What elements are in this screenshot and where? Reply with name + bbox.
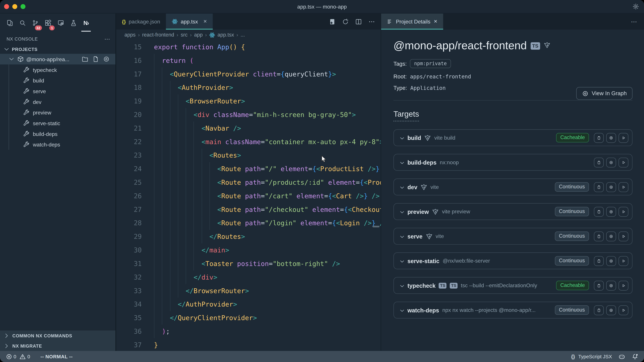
play-button[interactable] (618, 207, 628, 217)
tab-close-icon[interactable]: ✕ (203, 19, 207, 24)
folder-icon[interactable] (82, 56, 88, 62)
target-button[interactable] (606, 182, 616, 192)
tree-item-target-preview[interactable]: preview (9, 107, 116, 118)
chevron-down-icon[interactable] (399, 233, 404, 239)
chevron-down-icon[interactable] (399, 283, 404, 288)
target-card-preview[interactable]: previewvite previewContinuous (394, 203, 632, 220)
section-common-nx-commands[interactable]: COMMON NX COMMANDS (0, 330, 116, 341)
breadcrumb-part[interactable]: apps (124, 32, 136, 38)
tree-section-projects[interactable]: PROJECTS (0, 45, 116, 54)
play-button[interactable] (618, 157, 628, 167)
badge-continuous: Continuous (555, 305, 589, 315)
panel-body: @mono-app/react-frontend TS Tags: npm:pr… (381, 29, 644, 351)
search-icon[interactable] (16, 17, 29, 29)
target-label: watch-deps (33, 141, 60, 148)
target-button[interactable] (606, 133, 616, 143)
view-in-graph-button[interactable]: View In Graph (576, 87, 632, 100)
play-button[interactable] (618, 182, 628, 192)
more-actions-icon[interactable] (368, 18, 375, 25)
play-button[interactable] (618, 256, 628, 266)
tree-item-target-watch-deps[interactable]: watch-deps (9, 139, 116, 150)
breadcrumb-more[interactable]: ... (241, 32, 245, 38)
code-text: <Route path="/products/:id" element={<Pr… (154, 176, 381, 189)
chevron-down-icon[interactable] (399, 159, 404, 165)
tree-item-target-dev[interactable]: dev (9, 96, 116, 107)
problems-warnings[interactable]: 0 (19, 353, 30, 360)
tree-item-target-build[interactable]: build (9, 75, 116, 86)
test-beaker-icon[interactable] (67, 17, 80, 29)
refresh-icon[interactable] (342, 18, 349, 25)
extensions-icon[interactable]: 1 (42, 17, 54, 29)
target-button[interactable] (606, 281, 616, 291)
nx-console-icon[interactable]: N› (80, 17, 92, 29)
line-number: 37 (116, 338, 142, 351)
chevron-down-icon[interactable] (399, 209, 404, 214)
target-card-typecheck[interactable]: typecheckTSTStsc --build --emitDeclarati… (394, 277, 632, 294)
panel-tab-close-icon[interactable]: ✕ (434, 19, 438, 24)
copy-button[interactable] (594, 157, 604, 167)
panel-more-icon[interactable]: ⋯ (631, 18, 644, 25)
target-card-watch-deps[interactable]: watch-depsnpx nx watch --projects @mono-… (394, 302, 632, 319)
source-control-icon[interactable]: 32 (29, 17, 42, 29)
target-icon[interactable] (103, 56, 110, 62)
target-card-build[interactable]: buildvite buildCacheable (394, 129, 632, 146)
code-line: 23 <Routes> (116, 149, 381, 162)
split-editor-icon[interactable] (355, 18, 362, 25)
graph-target-icon (582, 90, 588, 97)
code-editor[interactable]: 15export function App() {16 return (17 <… (116, 40, 381, 351)
copy-button[interactable] (594, 305, 604, 315)
copy-button[interactable] (594, 182, 604, 192)
target-card-dev[interactable]: devviteContinuous (394, 178, 632, 195)
target-button[interactable] (606, 157, 616, 167)
copy-button[interactable] (594, 207, 604, 217)
files-icon[interactable] (3, 17, 16, 29)
tree-item-project[interactable]: @mono-app/rea... (0, 54, 116, 64)
chevron-down-icon[interactable] (399, 307, 404, 313)
sidebar-more-icon[interactable]: ⋯ (104, 36, 110, 42)
copy-button[interactable] (594, 281, 604, 291)
tab-project-details[interactable]: Project Details ✕ (381, 13, 443, 30)
breadcrumb-file[interactable]: app.tsx (209, 32, 234, 38)
sidebar: 321N› NX CONSOLE ⋯ PROJECTS@mono-app/rea… (0, 13, 116, 351)
remote-explorer-icon[interactable] (54, 17, 67, 29)
target-card-serve-static[interactable]: serve-static@nx/web:file-serverContinuou… (394, 252, 632, 269)
tree-item-target-build-deps[interactable]: build-deps (9, 129, 116, 139)
copilot-icon[interactable] (618, 353, 625, 360)
problems-errors[interactable]: 0 (6, 354, 16, 360)
goto-file-icon[interactable] (92, 56, 99, 62)
typescript-badge: TS (450, 283, 458, 288)
wrench-icon (23, 66, 30, 73)
play-button[interactable] (618, 281, 628, 291)
tree-item-target-serve-static[interactable]: serve-static (9, 118, 116, 129)
play-button[interactable] (618, 231, 628, 241)
target-card-serve[interactable]: serveviteContinuous (394, 228, 632, 245)
chevron-down-icon[interactable] (399, 184, 404, 190)
breadcrumb-part[interactable]: src (180, 32, 188, 38)
play-button[interactable] (618, 133, 628, 143)
open-project-details-icon[interactable] (329, 18, 336, 25)
tab-package.json[interactable]: {}package.json (116, 13, 166, 30)
copy-button[interactable] (594, 231, 604, 241)
target-button[interactable] (606, 256, 616, 266)
language-selector[interactable]: {} TypeScript JSX (571, 354, 612, 359)
breadcrumb[interactable]: apps›react-frontend›src›app›app.tsx›... (116, 29, 381, 40)
tree-item-target-serve[interactable]: serve (9, 86, 116, 96)
chevron-down-icon[interactable] (399, 258, 404, 264)
chevron-down-icon[interactable] (399, 135, 404, 140)
bell-notification-icon[interactable] (632, 353, 638, 360)
breadcrumb-part[interactable]: app (194, 32, 202, 38)
settings-gear-icon[interactable] (632, 3, 639, 10)
target-card-build-deps[interactable]: build-depsnx:noop (394, 154, 632, 171)
error-icon (6, 354, 12, 360)
copy-button[interactable] (594, 133, 604, 143)
horizontal-scrollbar[interactable] (372, 226, 380, 227)
tree-item-target-typecheck[interactable]: typecheck (9, 64, 116, 75)
copy-button[interactable] (594, 256, 604, 266)
tab-app.tsx[interactable]: app.tsx✕ (166, 13, 213, 30)
play-button[interactable] (618, 305, 628, 315)
breadcrumb-part[interactable]: react-frontend (142, 32, 174, 38)
target-button[interactable] (606, 305, 616, 315)
section-nx-migrate[interactable]: NX MIGRATE (0, 341, 116, 351)
target-button[interactable] (606, 207, 616, 217)
target-button[interactable] (606, 231, 616, 241)
